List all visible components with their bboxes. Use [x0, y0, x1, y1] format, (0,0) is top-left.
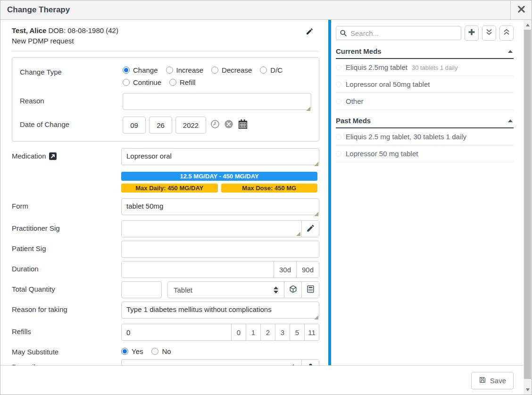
date-month-input[interactable]: [123, 117, 146, 134]
save-label: Save: [490, 377, 506, 385]
double-chevron-down-icon: [485, 28, 493, 38]
refills-label: Refills: [12, 328, 31, 336]
calendar-icon: [238, 119, 248, 131]
duration-90d-button[interactable]: 90d: [296, 261, 319, 277]
scrollbar-thumb[interactable]: [524, 30, 531, 379]
radio-refill[interactable]: Refill: [169, 78, 195, 86]
change-type-panel: Change Type Change Increase Decrease D/C…: [12, 57, 319, 142]
save-button[interactable]: Save: [471, 372, 514, 389]
prescription-fields: Medication Lopressor oral: [12, 148, 319, 365]
modal-title: Change Therapy: [0, 5, 70, 15]
duration-30d-button[interactable]: 30d: [274, 261, 296, 277]
select-arrows-icon: [274, 286, 278, 294]
past-meds-header[interactable]: Past Meds: [336, 117, 514, 128]
patient-header: Test, Alice DOB: 08-08-1980 (42) New PDM…: [12, 25, 319, 51]
choose-user-button[interactable]: [301, 360, 319, 365]
edit-patient-button[interactable]: [306, 27, 314, 37]
radio-icon: [260, 67, 267, 74]
meds-sidebar: Current Meds Eliquis 2.5mg tablet 30 tab…: [328, 20, 524, 365]
med-dot-icon: [336, 151, 341, 157]
date-year-input[interactable]: [175, 117, 206, 134]
radio-dc[interactable]: D/C: [260, 66, 283, 74]
vertical-scrollbar[interactable]: [524, 20, 532, 395]
radio-increase[interactable]: Increase: [166, 66, 204, 74]
date-day-input[interactable]: [149, 117, 172, 134]
quantity-input[interactable]: [121, 281, 162, 298]
med-dot-icon: [336, 99, 341, 104]
refills-input[interactable]: [122, 324, 231, 340]
total-quantity-label: Total Quantity: [12, 285, 55, 293]
radio-selected-icon: [123, 67, 130, 74]
substitute-no-radio[interactable]: No: [151, 347, 171, 355]
reason-textarea[interactable]: [123, 93, 311, 110]
may-substitute-label: May Substitute: [12, 348, 58, 356]
date-of-change-label: Date of Change: [20, 117, 123, 134]
close-button[interactable]: [510, 0, 532, 19]
patient-name: Test, Alice: [12, 26, 46, 34]
modal-body: Test, Alice DOB: 08-08-1980 (42) New PDM…: [0, 20, 524, 365]
change-therapy-modal: Change Therapy Test, Alice DOB: 08-08-19…: [0, 0, 532, 395]
radio-decrease[interactable]: Decrease: [211, 66, 252, 74]
max-dose-badge: Max Dose: 450 MG: [221, 184, 318, 193]
add-med-button[interactable]: [465, 25, 479, 41]
refills-0-button[interactable]: 0: [231, 324, 246, 340]
edit-sig-button[interactable]: [301, 221, 319, 237]
dispense-unit-button[interactable]: [284, 282, 301, 298]
duration-input[interactable]: [122, 261, 274, 277]
med-item-lopressor-current[interactable]: Lopressor oral 50mg tablet: [336, 76, 514, 93]
meds-toolbar: [336, 25, 514, 41]
meds-search-input[interactable]: [336, 26, 461, 40]
change-type-radios: Change Increase Decrease D/C Continue Re…: [123, 66, 311, 86]
radio-icon: [166, 67, 173, 74]
radio-continue[interactable]: Continue: [123, 78, 161, 86]
form-textarea[interactable]: tablet 50mg: [121, 198, 319, 215]
medication-lookup-button[interactable]: [49, 152, 57, 160]
calendar-button[interactable]: [238, 119, 248, 131]
dose-badges: 12.5 MG/DAY - 450 MG/DAY Max Daily: 450 …: [121, 172, 319, 193]
refills-3-button[interactable]: 3: [275, 324, 290, 340]
save-icon: [479, 376, 486, 385]
scroll-down-button[interactable]: [524, 386, 532, 394]
practitioner-sig-label: Practitioner Sig: [12, 224, 60, 232]
calculate-quantity-button[interactable]: [301, 282, 319, 298]
prescriber-select[interactable]: Select User: [122, 360, 301, 365]
form-label: Form: [12, 202, 28, 210]
unit-select[interactable]: Tablet: [168, 282, 284, 298]
double-chevron-up-icon: [503, 28, 510, 38]
refills-11-button[interactable]: 11: [304, 324, 319, 340]
external-link-icon: [50, 152, 55, 160]
refills-5-button[interactable]: 5: [290, 324, 304, 340]
radio-icon: [151, 348, 158, 355]
medication-textarea[interactable]: Lopressor oral: [121, 148, 319, 165]
collapse-caret-icon: [508, 119, 513, 122]
expand-all-button[interactable]: [499, 25, 514, 41]
plus-icon: [468, 28, 475, 38]
practitioner-sig-textarea[interactable]: [122, 221, 301, 237]
med-item-eliquis-past[interactable]: Eliquis 2.5 mg tablet, 30 tablets 1 dail…: [336, 128, 514, 145]
substitute-yes-radio[interactable]: Yes: [121, 347, 143, 355]
date-of-change-controls: [123, 117, 311, 134]
max-daily-badge: Max Daily: 450 MG/DAY: [121, 184, 218, 193]
time-button[interactable]: [210, 119, 220, 131]
scroll-up-button[interactable]: [524, 21, 532, 29]
radio-change[interactable]: Change: [123, 66, 158, 74]
med-item-lopressor-past[interactable]: Lopressor 50 mg tablet: [336, 145, 514, 162]
med-item-other[interactable]: Other: [336, 93, 514, 110]
duration-label: Duration: [12, 265, 39, 273]
refills-1-button[interactable]: 1: [246, 324, 260, 340]
collapse-caret-icon: [508, 50, 513, 53]
new-pdmp-request-link[interactable]: New PDMP request: [12, 36, 319, 46]
patient-sig-input[interactable]: [121, 241, 319, 258]
clear-date-button[interactable]: [224, 119, 233, 131]
med-dot-icon: [336, 82, 341, 87]
refills-2-button[interactable]: 2: [260, 324, 275, 340]
reason-for-taking-textarea[interactable]: Type 1 diabetes mellitus without complic…: [121, 302, 319, 319]
cube-icon: [289, 285, 298, 295]
med-item-eliquis-current[interactable]: Eliquis 2.5mg tablet 30 tablets 1 daily: [336, 59, 514, 76]
current-meds-header[interactable]: Current Meds: [336, 47, 514, 59]
pencil-icon: [306, 224, 315, 234]
prescription-form-pane: Test, Alice DOB: 08-08-1980 (42) New PDM…: [0, 20, 328, 365]
x-circle-icon: [224, 119, 233, 131]
unit-selected-value: Tablet: [174, 286, 192, 294]
collapse-all-button[interactable]: [482, 25, 496, 41]
